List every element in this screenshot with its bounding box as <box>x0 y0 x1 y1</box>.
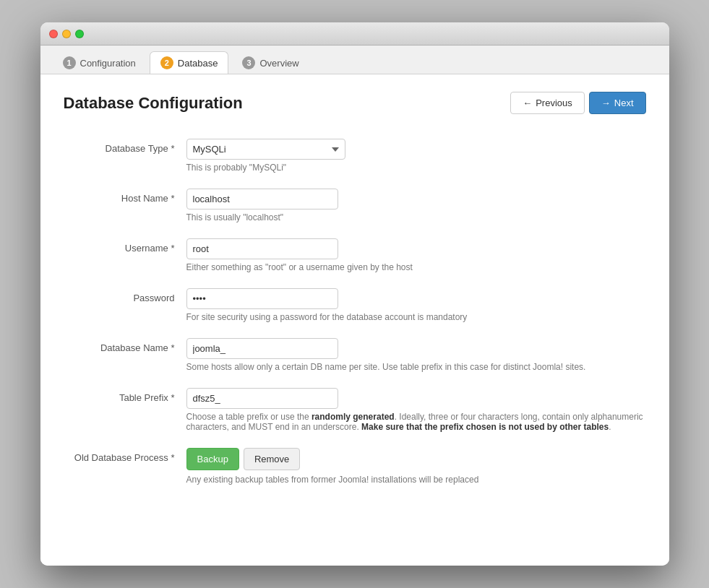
content-header: Database Configuration ← Previous → Next <box>64 92 646 114</box>
table-prefix-label: Table Prefix * <box>64 384 186 444</box>
username-field-cell: Either something as "root" or a username… <box>186 234 646 284</box>
database-name-hint: Some hosts allow only a certain DB name … <box>186 362 646 372</box>
database-name-row: Database Name * Some hosts allow only a … <box>64 334 646 384</box>
header-buttons: ← Previous → Next <box>510 92 645 114</box>
host-name-label: Host Name * <box>64 184 186 234</box>
tab-label-overview: Overview <box>259 58 298 69</box>
next-button[interactable]: → Next <box>589 92 646 114</box>
database-name-label: Database Name * <box>64 334 186 384</box>
maximize-button[interactable] <box>75 30 84 38</box>
table-prefix-input[interactable] <box>186 388 338 409</box>
tab-overview[interactable]: 3 Overview <box>231 51 309 74</box>
tab-number-2: 2 <box>160 56 173 69</box>
database-name-input[interactable] <box>186 338 338 359</box>
previous-button[interactable]: ← Previous <box>510 92 585 114</box>
form-table: Database Type * MySQLi MySQL PostgreSQL … <box>64 134 646 496</box>
old-database-process-row: Old Database Process * Backup Remove Any… <box>64 444 646 496</box>
database-type-field-cell: MySQLi MySQL PostgreSQL This is probably… <box>186 134 646 184</box>
database-type-select[interactable]: MySQLi MySQL PostgreSQL <box>186 139 345 160</box>
tab-number-3: 3 <box>242 56 255 69</box>
process-buttons: Backup Remove <box>186 448 646 470</box>
tab-configuration[interactable]: 1 Configuration <box>52 51 147 74</box>
tab-database[interactable]: 2 Database <box>150 51 229 74</box>
page-title: Database Configuration <box>64 94 243 113</box>
password-input[interactable] <box>186 288 338 309</box>
username-row: Username * Either something as "root" or… <box>64 234 646 284</box>
previous-label: Previous <box>536 98 572 108</box>
remove-button[interactable]: Remove <box>244 448 300 470</box>
host-name-row: Host Name * This is usually "localhost" <box>64 184 646 234</box>
table-prefix-field-cell: Choose a table prefix or use the randoml… <box>186 384 646 444</box>
tab-label-configuration: Configuration <box>80 58 136 69</box>
next-label: Next <box>614 98 634 108</box>
password-hint: For site security using a password for t… <box>186 312 646 322</box>
username-hint: Either something as "root" or a username… <box>186 262 646 272</box>
password-row: Password For site security using a passw… <box>64 284 646 334</box>
host-name-field-cell: This is usually "localhost" <box>186 184 646 234</box>
table-prefix-hint: Choose a table prefix or use the randoml… <box>186 412 646 432</box>
table-prefix-hint-after2: . <box>609 422 611 432</box>
arrow-right-icon: → <box>601 98 611 108</box>
table-prefix-hint-bold1: randomly generated <box>311 412 395 422</box>
database-name-field-cell: Some hosts allow only a certain DB name … <box>186 334 646 384</box>
password-field-cell: For site security using a password for t… <box>186 284 646 334</box>
tab-label-database: Database <box>178 58 218 69</box>
backup-button[interactable]: Backup <box>186 448 239 470</box>
username-input[interactable] <box>186 238 338 259</box>
arrow-left-icon: ← <box>523 98 532 108</box>
old-database-process-field-cell: Backup Remove Any existing backup tables… <box>186 444 646 496</box>
host-name-input[interactable] <box>186 189 338 209</box>
titlebar <box>40 22 669 46</box>
database-type-label: Database Type * <box>64 134 186 184</box>
old-database-process-label: Old Database Process * <box>64 444 186 496</box>
minimize-button[interactable] <box>62 30 71 38</box>
table-prefix-hint-before: Choose a table prefix or use the <box>186 412 311 422</box>
close-button[interactable] <box>49 30 58 38</box>
tab-number-1: 1 <box>63 56 76 69</box>
username-label: Username * <box>64 234 186 284</box>
password-label: Password <box>64 284 186 334</box>
tabs-bar: 1 Configuration 2 Database 3 Overview <box>40 46 669 74</box>
content-area: Database Configuration ← Previous → Next… <box>40 74 669 566</box>
database-type-hint: This is probably "MySQLi" <box>186 163 646 173</box>
database-type-row: Database Type * MySQLi MySQL PostgreSQL … <box>64 134 646 184</box>
main-window: 1 Configuration 2 Database 3 Overview Da… <box>40 22 669 566</box>
titlebar-buttons <box>49 30 84 38</box>
host-name-hint: This is usually "localhost" <box>186 212 646 222</box>
table-prefix-hint-bold2: Make sure that the prefix chosen is not … <box>361 422 609 432</box>
table-prefix-row: Table Prefix * Choose a table prefix or … <box>64 384 646 444</box>
old-database-process-hint: Any existing backup tables from former J… <box>186 475 646 485</box>
